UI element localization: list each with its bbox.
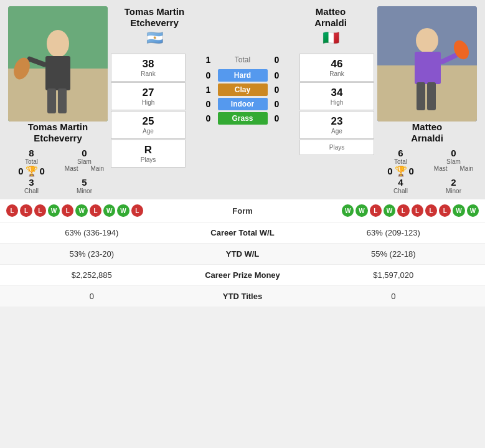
form-pill: L — [20, 204, 32, 217]
right-player-name: Matteo Arnaldi — [411, 122, 443, 144]
right-player-photo — [377, 6, 477, 122]
right-slam-cell: 0 Slam — [427, 148, 480, 165]
clay-row: 1 Clay 0 — [186, 83, 299, 96]
right-player-section: Matteo Arnaldi 6 Total 0 Slam 0 🏆 — [374, 6, 480, 194]
svg-rect-12 — [417, 82, 425, 110]
career-wl-label: Career Total W/L — [174, 228, 311, 237]
indoor-badge: Indoor — [218, 98, 268, 110]
form-pill: L — [412, 204, 423, 217]
right-mast-trophy-cell: 0 🏆 0 — [374, 165, 427, 177]
left-player-photo — [8, 6, 108, 122]
left-mast-lbl-cell: Mast Main — [58, 165, 111, 177]
indoor-row: 0 Indoor 0 — [186, 98, 299, 110]
form-pill: L — [425, 204, 437, 217]
main-container: Tomas Martin Etcheverry 8 Total 0 Slam 0… — [0, 0, 485, 307]
ytd-wl-label: YTD W/L — [174, 249, 311, 259]
titles-row: 0 YTD Titles 0 — [0, 286, 485, 307]
right-ytd-titles: 0 — [311, 292, 476, 301]
form-pill: L — [62, 204, 73, 217]
svg-point-2 — [47, 30, 69, 57]
names-flags-row: Tomas Martin Etcheverry 🇦🇷 Matteo Arnald… — [111, 6, 374, 46]
prize-row: $2,252,885 Career Prize Money $1,597,020 — [0, 265, 485, 286]
left-ytd-wl: 53% (23-20) — [9, 249, 174, 259]
right-minor-cell: 2 Minor — [427, 177, 480, 194]
top-card: Tomas Martin Etcheverry 8 Total 0 Slam 0… — [0, 0, 485, 199]
left-details-panel: 38 Rank 27 High 25 Age R — [111, 54, 186, 168]
right-form-pills: WWLWLLLLWW — [342, 204, 479, 217]
bottom-stats: LLLWLWLWWL Form WWLWLLLLWW 63% (336-194)… — [0, 199, 485, 307]
center-surfaces: 1 Total 0 0 Hard 0 1 Clay 0 — [186, 54, 299, 168]
clay-badge: Clay — [218, 83, 268, 96]
form-label: Form — [143, 206, 342, 216]
left-title: Tomas Martin Etcheverry — [125, 6, 184, 29]
form-pill: W — [48, 204, 60, 217]
hard-badge: Hard — [218, 69, 268, 82]
right-flag: 🇮🇹 — [323, 30, 339, 46]
left-flag: 🇦🇷 — [146, 30, 163, 46]
form-pill: L — [34, 204, 46, 217]
form-pill: W — [117, 204, 129, 217]
left-mast-cell: 0 🏆 0 — [5, 165, 58, 177]
prize-label: Career Prize Money — [174, 270, 311, 280]
right-high-cell: 34 High — [299, 82, 374, 110]
form-pill: L — [6, 204, 18, 217]
form-pill: W — [75, 204, 87, 217]
left-chall-cell: 3 Chall — [5, 177, 58, 194]
form-pill: W — [356, 204, 367, 217]
left-player-section: Tomas Martin Etcheverry 8 Total 0 Slam 0… — [5, 6, 111, 194]
left-minor-cell: 5 Minor — [58, 177, 111, 194]
left-age-cell: 25 Age — [111, 111, 186, 139]
left-slam-cell: 0 Slam — [58, 148, 111, 165]
left-total-cell: 8 Total — [5, 148, 58, 165]
form-pill: W — [467, 204, 479, 217]
left-player-stats: 8 Total 0 Slam 0 🏆 0 — [5, 148, 111, 194]
total-row: 1 Total 0 — [186, 55, 299, 65]
right-name-flag: Matteo Arnaldi 🇮🇹 — [287, 6, 374, 46]
grass-row: 0 Grass 0 — [186, 112, 299, 125]
left-rank-cell: 38 Rank — [111, 54, 186, 82]
left-career-wl: 63% (336-194) — [9, 228, 174, 237]
center-section: Tomas Martin Etcheverry 🇦🇷 Matteo Arnald… — [111, 6, 374, 168]
career-wl-row: 63% (336-194) Career Total W/L 63% (209-… — [0, 222, 485, 244]
right-rank-cell: 46 Rank — [299, 54, 374, 82]
svg-point-10 — [416, 28, 438, 53]
right-title: Matteo Arnaldi — [314, 6, 347, 29]
right-prize: $1,597,020 — [311, 270, 476, 280]
form-pill: L — [131, 204, 143, 217]
left-ytd-titles: 0 — [9, 292, 174, 301]
hard-row: 0 Hard 0 — [186, 69, 299, 82]
left-trophy-icon: 🏆 — [26, 165, 38, 177]
left-prize: $2,252,885 — [9, 270, 174, 280]
right-mast-lbl-cell: Mast Main — [427, 165, 480, 177]
right-player-stats: 6 Total 0 Slam 0 🏆 0 Mast — [374, 148, 480, 194]
form-pill: L — [397, 204, 409, 217]
titles-label: YTD Titles — [174, 292, 311, 301]
ytd-wl-row: 53% (23-20) YTD W/L 55% (22-18) — [0, 244, 485, 265]
left-plays-cell: R Plays — [111, 140, 186, 168]
left-name-flag: Tomas Martin Etcheverry 🇦🇷 — [111, 6, 198, 46]
right-trophy-icon: 🏆 — [395, 165, 407, 177]
grass-badge: Grass — [218, 112, 268, 125]
surfaces-and-details: 38 Rank 27 High 25 Age R — [111, 54, 374, 168]
svg-rect-3 — [45, 56, 70, 90]
right-ytd-wl: 55% (22-18) — [311, 249, 476, 259]
form-pill: L — [370, 204, 382, 217]
svg-rect-13 — [427, 82, 436, 110]
left-form-pills: LLLWLWLWWL — [6, 204, 143, 217]
form-pill: W — [384, 204, 395, 217]
right-plays-cell: Plays — [299, 140, 374, 155]
form-pill: W — [342, 204, 354, 217]
svg-rect-5 — [58, 88, 67, 113]
right-career-wl: 63% (209-123) — [311, 228, 476, 237]
right-age-cell: 23 Age — [299, 111, 374, 139]
left-player-name: Tomas Martin Etcheverry — [28, 122, 88, 144]
form-pill: W — [103, 204, 115, 217]
form-pill: L — [439, 204, 451, 217]
svg-rect-4 — [47, 88, 56, 113]
inner-top: Tomas Martin Etcheverry 8 Total 0 Slam 0… — [5, 6, 480, 194]
right-total-cell: 6 Total — [374, 148, 427, 165]
right-details-panel: 46 Rank 34 High 23 Age — [299, 54, 374, 168]
right-chall-cell: 4 Chall — [374, 177, 427, 194]
left-high-cell: 27 High — [111, 82, 186, 110]
form-pill: L — [90, 204, 101, 217]
